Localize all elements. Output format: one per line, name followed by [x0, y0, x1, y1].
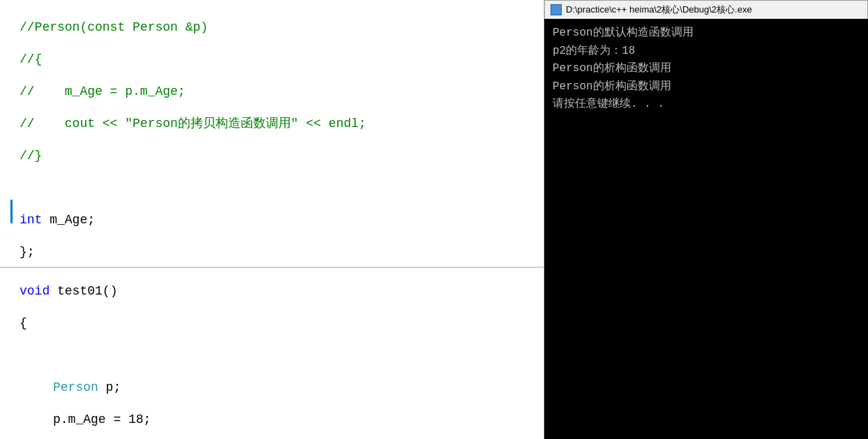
code-text: m_Age;: [42, 208, 95, 232]
code-text: [20, 176, 27, 200]
code-text: //}: [20, 144, 42, 168]
code-keyword: void: [20, 279, 50, 303]
console-line-3: Person的析构函数调用: [553, 60, 860, 78]
code-text: [20, 343, 27, 367]
code-text: // m_Age = p.m_Age;: [20, 80, 186, 103]
code-line: [0, 431, 544, 439]
line-indicator: [7, 271, 13, 295]
console-panel: D:\practice\c++ heima\2核心\Debug\2核心.exe …: [544, 0, 868, 439]
line-indicator: [7, 103, 13, 127]
console-title-bar: D:\practice\c++ heima\2核心\Debug\2核心.exe: [544, 0, 868, 19]
code-text: test01(): [50, 279, 117, 303]
line-indicator: [7, 7, 13, 31]
console-output: Person的默认构造函数调用 p2的年龄为：18 Person的析构函数调用 …: [544, 19, 868, 439]
console-line-1: Person的默认构造函数调用: [553, 24, 860, 43]
section-divider: [0, 267, 544, 268]
line-indicator: [7, 135, 13, 159]
code-text: p;: [98, 375, 121, 399]
line-indicator: [7, 200, 13, 223]
line-indicator: [7, 39, 13, 63]
console-title: D:\practice\c++ heima\2核心\Debug\2核心.exe: [566, 3, 752, 16]
code-line: // cout << "Person的拷贝构造函数调用" << endl;: [0, 103, 544, 135]
console-line-2: p2的年龄为：18: [553, 43, 860, 61]
line-indicator: [7, 367, 13, 391]
code-line: int m_Age;: [0, 200, 544, 232]
code-editor: //Person(const Person &p) //{ // m_Age =…: [0, 0, 544, 439]
code-line: //}: [0, 135, 544, 168]
code-line: };: [0, 232, 544, 264]
line-indicator: [7, 335, 13, 359]
console-icon: [551, 4, 562, 15]
code-keyword: int: [20, 208, 42, 232]
code-text: // cout << "Person的拷贝构造函数调用" << endl;: [20, 112, 366, 135]
code-line: //{: [0, 39, 544, 71]
console-line-5: 请按任意键继续. . .: [553, 96, 860, 114]
line-indicator: [7, 399, 13, 423]
code-line: [0, 168, 544, 200]
code-text: {: [20, 311, 27, 335]
code-line: p.m_Age = 18;: [0, 399, 544, 431]
line-indicator: [7, 431, 13, 439]
code-text: //{: [20, 47, 42, 71]
code-line: Person p;: [0, 367, 544, 399]
line-indicator: [7, 232, 13, 255]
code-line: // m_Age = p.m_Age;: [0, 71, 544, 103]
code-text: //Person(const Person &p): [20, 15, 208, 39]
line-indicator: [7, 168, 13, 191]
console-line-4: Person的析构函数调用: [553, 78, 860, 96]
code-text: };: [20, 240, 35, 264]
line-indicator: [7, 71, 13, 95]
line-indicator: [7, 303, 13, 327]
code-text: p.m_Age = 18;: [53, 408, 151, 431]
code-line: {: [0, 303, 544, 335]
code-line: void test01(): [0, 271, 544, 303]
code-line: [0, 335, 544, 367]
code-area: //Person(const Person &p) //{ // m_Age =…: [0, 0, 544, 439]
code-line: //Person(const Person &p): [0, 7, 544, 39]
code-type: Person: [53, 375, 98, 399]
